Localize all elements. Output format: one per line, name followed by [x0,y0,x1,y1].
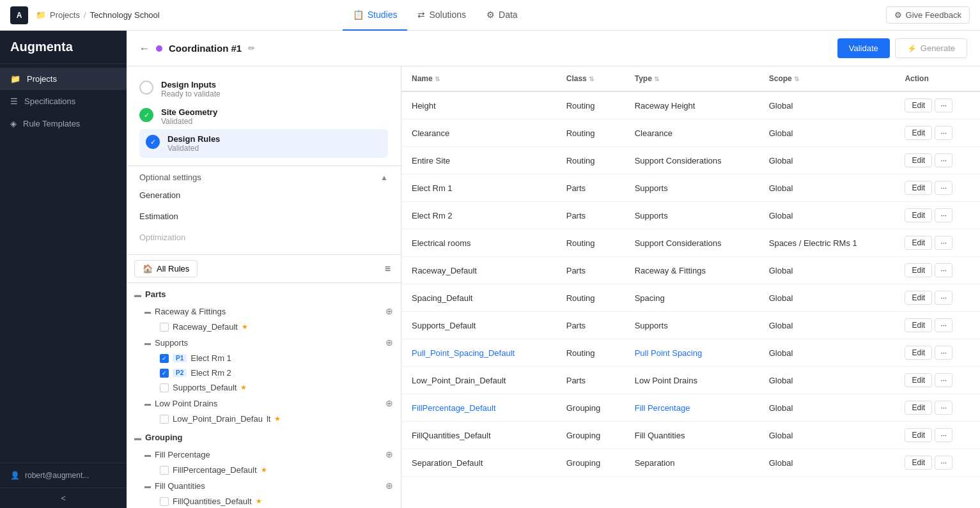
edit-row-button[interactable]: Edit [905,456,932,470]
step-label-design-inputs: Design Inputs [161,80,221,89]
tree-group-grouping-header[interactable]: ▬ Grouping [127,429,401,446]
tree-item-elect-rm2[interactable]: ✓ P2 Elect Rm 2 [127,366,401,380]
cell-action: Edit ··· [894,174,980,202]
tab-solutions[interactable]: ⇄ Solutions [407,0,476,31]
workflow-step-design-inputs[interactable]: Design Inputs Ready to validate [139,75,388,103]
more-row-button[interactable]: ··· [935,401,953,415]
edit-row-button[interactable]: Edit [905,153,932,167]
edit-row-button[interactable]: Edit [905,401,932,415]
edit-row-button[interactable]: Edit [905,236,932,250]
checkbox-lowpoint-default[interactable] [160,415,169,424]
tree-subgroup-lowpoint: ▬ Low Point Drains ⊕ Low_Point_Drain_Def… [127,395,401,426]
estimation-item[interactable]: Estimation [139,206,388,227]
more-row-button[interactable]: ··· [935,98,953,112]
tree-item-elect-rm1[interactable]: ✓ P1 Elect Rm 1 [127,351,401,366]
tree-item-fillqty-default[interactable]: FillQuantities_Default ★ [127,494,401,508]
edit-row-button[interactable]: Edit [905,98,932,112]
solutions-icon: ⇄ [417,10,425,20]
sort-scope-icon[interactable]: ⇅ [794,75,799,82]
more-row-button[interactable]: ··· [935,373,953,387]
add-supports-icon[interactable]: ⊕ [385,337,393,348]
cell-type: Support Considerations [625,147,759,174]
edit-row-button[interactable]: Edit [905,208,932,222]
more-row-button[interactable]: ··· [935,263,953,277]
more-row-button[interactable]: ··· [935,153,953,167]
add-fillpct-icon[interactable]: ⊕ [385,449,393,459]
workflow-step-design-rules[interactable]: ✓ Design Rules Validated [139,129,388,158]
edit-row-button[interactable]: Edit [905,263,932,277]
tree-item-supports-default[interactable]: Supports_Default ★ [127,380,401,395]
sidebar-item-specifications[interactable]: ☰ Specifications [0,90,127,112]
tree-subgroup-fillqty-header[interactable]: ▬ Fill Quantities ⊕ [127,477,401,494]
projects-link[interactable]: Projects [50,10,80,20]
add-lowpoint-icon[interactable]: ⊕ [385,398,393,408]
cell-action: Edit ··· [894,312,980,339]
checkbox-elect-rm2[interactable]: ✓ [160,369,169,378]
more-row-button[interactable]: ··· [935,181,953,195]
table-row: Electrical rooms Routing Support Conside… [401,229,980,257]
more-row-button[interactable]: ··· [935,126,953,140]
edit-row-button[interactable]: Edit [905,291,932,305]
cell-class: Parts [556,257,625,284]
generate-button[interactable]: ⚡ Generate [895,38,967,58]
more-row-button[interactable]: ··· [935,291,953,305]
folder-icon: 📁 [36,10,46,20]
cell-name: Raceway_Default [401,257,556,284]
tree-subgroup-lowpoint-header[interactable]: ▬ Low Point Drains ⊕ [127,395,401,412]
checkbox-elect-rm1[interactable]: ✓ [160,354,169,363]
sidebar-item-projects[interactable]: 📁 Projects [0,68,127,90]
cell-scope: Global [759,174,895,202]
add-raceway-icon[interactable]: ⊕ [385,306,393,316]
checkbox-supports-default[interactable] [160,383,169,392]
edit-row-button[interactable]: Edit [905,318,932,332]
edit-study-icon[interactable]: ✏ [248,43,255,53]
sidebar-item-rule-templates[interactable]: ◈ Rule Templates [0,112,127,135]
add-fillqty-icon[interactable]: ⊕ [385,481,393,491]
optimization-item[interactable]: Optimization [139,227,388,248]
optional-settings-header[interactable]: Optional settings ▲ [139,173,388,182]
sort-name-icon[interactable]: ⇅ [435,75,440,82]
sort-type-icon[interactable]: ⇅ [654,75,659,82]
tree-item-raceway-default[interactable]: Raceway_Default ★ [127,319,401,334]
right-panel: Name ⇅ Class ⇅ Type ⇅ Scope ⇅ [401,66,980,508]
cell-class: Parts [556,312,625,339]
checkbox-fillpct-default[interactable] [160,466,169,475]
cell-class: Routing [556,147,625,174]
give-feedback-button[interactable]: ⚙ Give Feedback [886,6,970,24]
tree-item-fillpct-default[interactable]: FillPercentage_Default ★ [127,463,401,477]
tree-item-lowpoint-default[interactable]: Low_Point_Drain_Default ★ [127,412,401,426]
tab-studies[interactable]: 📋 Studies [343,0,408,31]
checkbox-raceway-default[interactable] [160,323,169,332]
cell-scope: Global [759,202,895,229]
all-rules-button[interactable]: 🏠 All Rules [134,260,198,277]
checkbox-fillqty-default[interactable] [160,497,169,506]
edit-row-button[interactable]: Edit [905,373,932,387]
edit-row-button[interactable]: Edit [905,181,932,195]
validate-button[interactable]: Validate [837,38,890,58]
cell-type: Spacing [625,284,759,312]
more-row-button[interactable]: ··· [935,208,953,222]
tab-data[interactable]: ⚙ Data [476,0,528,31]
more-row-button[interactable]: ··· [935,346,953,360]
tree-subgroup-raceway-header[interactable]: ▬ Raceway & Fittings ⊕ [127,303,401,319]
workflow-step-site-geometry[interactable]: ✓ Site Geometry Validated [139,103,388,130]
collapse-parts-icon: ▬ [134,291,141,298]
menu-icon[interactable]: ≡ [382,261,393,277]
more-row-button[interactable]: ··· [935,318,953,332]
edit-row-button[interactable]: Edit [905,428,932,442]
edit-row-button[interactable]: Edit [905,126,932,140]
tree-group-parts-header[interactable]: ▬ Parts [127,286,401,303]
edit-row-button[interactable]: Edit [905,346,932,360]
generation-item[interactable]: Generation [139,185,388,206]
more-row-button[interactable]: ··· [935,428,953,442]
sidebar-collapse-button[interactable]: < [0,488,127,508]
step-label-design-rules: Design Rules [167,134,220,144]
more-row-button[interactable]: ··· [935,456,953,470]
more-row-button[interactable]: ··· [935,236,953,250]
cell-action: Edit ··· [894,229,980,257]
tree-subgroup-supports-header[interactable]: ▬ Supports ⊕ [127,334,401,351]
back-button[interactable]: ← [139,43,150,54]
col-type: Type ⇅ [625,66,759,91]
tree-subgroup-fillpct-header[interactable]: ▬ Fill Percentage ⊕ [127,446,401,463]
sort-class-icon[interactable]: ⇅ [589,75,594,82]
